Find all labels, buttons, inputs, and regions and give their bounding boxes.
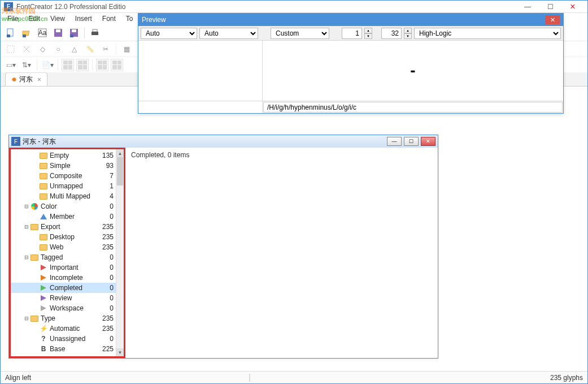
glyph-button[interactable]: Aa [36, 26, 49, 40]
status-left: Align left [5, 374, 31, 382]
child-maximize-button[interactable]: ☐ [404, 137, 419, 146]
menu-view[interactable]: View [46, 14, 69, 24]
child-titlebar[interactable]: F 河东 - 河东 — ☐ ✕ [9, 135, 438, 148]
svg-rect-1 [7, 34, 10, 37]
expander-icon[interactable]: ⊟ [23, 204, 30, 209]
preview-custom-select[interactable]: Custom [271, 28, 329, 39]
tab-hedong[interactable]: ✸ 河东 × [5, 72, 47, 86]
preview-num2-input[interactable] [381, 28, 402, 39]
tree-item-incomplete[interactable]: Incomplete0 [11, 273, 124, 283]
folder-icon [39, 152, 48, 159]
measure-icon[interactable]: 📏 [83, 42, 97, 56]
maximize-button[interactable]: ☐ [539, 1, 561, 12]
close-button[interactable]: × [561, 1, 584, 12]
new-button[interactable] [4, 26, 18, 40]
tree-item-unmapped[interactable]: Unmapped1 [11, 181, 124, 191]
preview-close-button[interactable]: ✕ [545, 15, 560, 24]
tree-item-color[interactable]: ⊟Color0 [11, 201, 124, 212]
folder-icon [39, 182, 48, 190]
tool4-icon[interactable]: △ [67, 42, 81, 56]
scroll-thumb[interactable] [117, 157, 123, 185]
view1-icon[interactable]: ▦ [120, 42, 133, 56]
preview-auto1-select[interactable]: Auto [141, 28, 197, 39]
tool3-icon[interactable]: ○ [51, 42, 65, 56]
tree-item-type[interactable]: ⊟Type235 [11, 313, 124, 323]
child-close-button[interactable]: ✕ [421, 137, 435, 146]
app-title: FontCreator 12.0 Professional Editio [16, 3, 125, 11]
menu-font[interactable]: Font [98, 14, 120, 24]
tree-item-important[interactable]: Important0 [11, 262, 124, 273]
grid2-button[interactable] [76, 59, 89, 71]
tree-count: 0 [100, 213, 114, 221]
category-tree[interactable]: Empty135Simple93Composite7Unmapped1Multi… [11, 149, 124, 358]
svg-rect-2 [23, 34, 26, 37]
menu-edit[interactable]: Edit [24, 14, 45, 24]
tree-item-member[interactable]: Member0 [11, 212, 124, 222]
tree-item-automatic[interactable]: ⚡Automatic235 [11, 323, 124, 334]
minimize-button[interactable]: — [516, 1, 539, 12]
tool2-icon[interactable]: ◇ [36, 42, 49, 56]
expander-icon[interactable]: ⊟ [23, 224, 30, 230]
preview-titlebar[interactable]: Preview ✕ [138, 14, 563, 26]
grid3-button[interactable] [96, 59, 108, 71]
child-minimize-button[interactable]: — [387, 137, 402, 146]
tree-item-tagged[interactable]: ⊟Tagged0 [11, 252, 124, 262]
tree-scrollbar[interactable]: ▲ ▼ [116, 149, 124, 356]
tree-item-composite[interactable]: Composite7 [11, 171, 124, 181]
layout1-button[interactable]: ▭▾ [4, 58, 18, 72]
page-button[interactable]: 📄▾ [41, 58, 54, 72]
folder-icon [39, 172, 48, 180]
separator [92, 59, 93, 71]
tool-icon[interactable] [20, 42, 33, 56]
tree-item-ligature[interactable]: fiLigature0 [11, 354, 124, 358]
glyph-icon: B [39, 345, 48, 353]
spinner2[interactable]: ▲▼ [404, 28, 412, 39]
scroll-down-icon[interactable]: ▼ [116, 348, 124, 356]
menu-file[interactable]: File [3, 14, 23, 24]
expander-icon[interactable]: ⊟ [23, 316, 30, 321]
layout2-button[interactable]: ⇅▾ [20, 58, 33, 72]
svg-rect-9 [70, 34, 73, 37]
open-button[interactable] [20, 26, 33, 40]
preview-input-text[interactable]: /H/i/g/h/hyphenminus/L/o/g/i/c [263, 102, 563, 113]
preview-input-left[interactable] [138, 101, 263, 113]
folder-icon [30, 314, 39, 322]
tree-count: 235 [100, 223, 114, 231]
gear-icon: ✸ [11, 76, 17, 84]
tree-item-empty[interactable]: Empty135 [11, 150, 124, 161]
scroll-up-icon[interactable]: ▲ [116, 149, 124, 157]
preview-title-text: Preview [142, 16, 166, 24]
tree-item-simple[interactable]: Simple93 [11, 161, 124, 171]
tree-item-desktop[interactable]: Desktop235 [11, 232, 124, 242]
knife-icon[interactable]: ✂ [99, 42, 112, 56]
tree-label: Unmapped [50, 182, 100, 190]
spinner1[interactable]: ▲▼ [364, 28, 372, 39]
save-button[interactable] [51, 26, 65, 40]
tree-item-export[interactable]: ⊟Export235 [11, 222, 124, 232]
grid1-button[interactable] [62, 59, 74, 71]
tree-item-unassigned[interactable]: ?Unassigned0 [11, 334, 124, 344]
select-rect-icon[interactable] [4, 42, 18, 56]
tree-item-base[interactable]: BBase225 [11, 344, 124, 354]
preview-input-row: /H/i/g/h/hyphenminus/L/o/g/i/c [138, 101, 563, 113]
expander-icon[interactable]: ⊟ [23, 254, 30, 260]
tree-item-review[interactable]: Review0 [11, 293, 124, 303]
glyph-icon: fi [39, 355, 48, 358]
flag-icon [39, 304, 48, 312]
svg-rect-6 [56, 29, 60, 32]
tree-item-workspace[interactable]: Workspace0 [11, 303, 124, 313]
tree-label: Incomplete [50, 274, 100, 282]
save2-button[interactable] [67, 26, 81, 40]
tree-item-completed[interactable]: Completed0 [11, 283, 124, 293]
preview-num1-input[interactable] [342, 28, 362, 39]
grid4-button[interactable] [111, 59, 123, 71]
menu-to[interactable]: To [121, 14, 138, 24]
print-button[interactable] [88, 26, 102, 40]
tree-item-web[interactable]: Web235 [11, 242, 124, 252]
preview-auto2-select[interactable]: Auto [199, 28, 258, 39]
tab-close-icon[interactable]: × [37, 76, 41, 84]
status-right: 235 glyphs [550, 374, 583, 382]
tree-item-multi-mapped[interactable]: Multi Mapped4 [11, 191, 124, 201]
menu-insert[interactable]: Insert [71, 14, 97, 24]
preview-font-select[interactable]: High-Logic [414, 28, 561, 39]
